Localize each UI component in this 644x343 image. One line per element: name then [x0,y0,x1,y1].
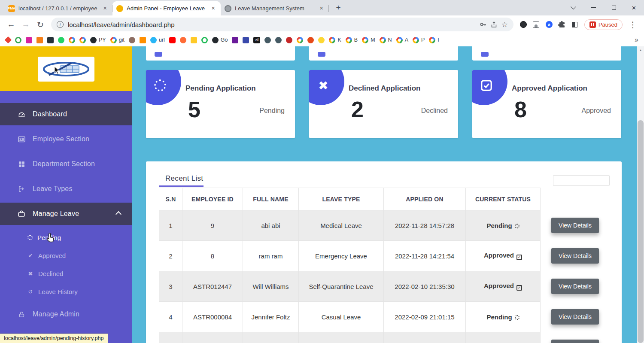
browser-menu-icon[interactable]: ⋮ [626,17,640,32]
table-search-input[interactable] [553,175,610,186]
back-button[interactable]: ← [4,17,18,32]
page-scrollbar[interactable]: ▲ [637,46,644,343]
bookmark[interactable]: cl [253,37,260,43]
tab-phpmyadmin[interactable]: PMA localhost / 127.0.0.1 / employee ✕ [4,1,112,15]
submenu-item-approved[interactable]: ✔ Approved [0,246,132,264]
submenu-item-leave-history[interactable]: ↺ Leave History [0,282,132,301]
bookmark[interactable] [201,37,208,43]
bookmark[interactable] [26,37,32,43]
bookmark[interactable] [15,37,21,43]
bookmark[interactable] [275,37,282,43]
employee-name-link[interactable]: abi abi [243,210,299,241]
approved-checkbox-icon: ✓ [516,255,522,260]
bookmark[interactable] [79,37,86,43]
bookmark[interactable] [47,37,54,43]
bookmark[interactable] [243,37,249,43]
spinner-icon [27,235,33,240]
window-maximize-button[interactable] [604,0,624,15]
extensions-puzzle-icon[interactable] [557,19,567,30]
bookmark[interactable]: P [413,37,425,43]
submenu-item-pending[interactable]: Pending [0,228,132,246]
sidebar-item-department-section[interactable]: Department Section [0,153,132,175]
bookmarks-overflow-icon[interactable]: » [635,36,638,44]
bookmark-favicon [191,37,197,43]
site-info-icon[interactable]: i [57,21,64,28]
bookmark[interactable] [297,37,303,43]
bookmark[interactable] [6,37,11,42]
app-logo[interactable] [38,57,94,82]
bookmark[interactable]: K [329,37,341,43]
partial-card-icon [481,52,489,57]
view-details-button[interactable]: View Details [551,279,599,294]
new-tab-button[interactable]: + [332,2,344,14]
extension-a-icon[interactable]: a [544,19,554,30]
cell-action: View Details [541,210,610,241]
reload-button[interactable]: ↻ [33,17,48,32]
bookmark[interactable] [36,37,43,43]
bookmark[interactable] [307,37,314,43]
sidebar-item-dashboard[interactable]: Dashboard [0,103,132,125]
submenu-item-declined[interactable]: ✖ Declined [0,264,132,282]
window-minimize-button[interactable] [583,0,604,15]
url-text[interactable]: localhost/leave/admin/dashboard.php [68,21,475,28]
view-details-button[interactable]: View Details [551,309,599,325]
paused-badge[interactable]: Paused [584,19,623,30]
bookmark-favicon [140,37,146,43]
bookmark[interactable] [58,37,64,43]
bookmark[interactable] [140,37,146,43]
dashboard-icon [17,110,26,118]
bookmark[interactable]: A [396,37,408,43]
bookmark[interactable] [286,37,292,43]
employee-name-link[interactable]: Johnny Scott [243,332,299,343]
tab-leave-management[interactable]: Leave Management System ✕ [221,1,329,15]
bookmark[interactable]: B [346,37,358,43]
bookmark[interactable] [191,37,197,43]
tab-close-icon[interactable]: ✕ [318,5,325,12]
extension-person-icon[interactable] [531,19,541,30]
bookmark[interactable] [69,37,75,43]
employee-name-link[interactable]: ram ram [243,241,299,271]
bookmark[interactable] [129,37,135,43]
bookmark[interactable] [232,37,238,43]
view-details-button[interactable]: View Details [551,340,599,343]
bookmark[interactable]: git [110,37,125,43]
view-details-button[interactable]: View Details [551,218,599,233]
bookmark[interactable]: I [429,37,439,43]
cell-action: View Details [541,332,610,343]
employee-name-link[interactable]: Will Williams [243,271,299,302]
sidebar-item-manage-leave[interactable]: Manage Leave [0,203,132,225]
bookmark-star-icon[interactable]: ☆ [501,20,508,29]
bookmark[interactable]: PY [90,37,106,43]
bookmark[interactable]: M [362,37,375,43]
forward-button[interactable]: → [18,17,33,32]
bookmark[interactable] [169,37,176,43]
tab-admin-panel[interactable]: Admin Panel - Employee Leave ✕ [112,1,221,15]
tab-close-icon[interactable]: ✕ [101,5,109,12]
share-icon[interactable] [491,21,497,28]
sidebar-item-label: Employee Section [33,135,89,143]
scroll-up-arrow-icon[interactable]: ▲ [637,46,644,54]
view-details-button[interactable]: View Details [551,248,599,264]
bookmark[interactable]: url [150,37,165,43]
window-close-button[interactable]: ✕ [624,0,644,15]
cell-applied-on: 2022-11-28 14:21:54 [384,241,466,271]
tab-close-icon[interactable]: ✕ [210,5,217,12]
bookmark[interactable]: N [380,37,392,43]
sidebar-item-leave-types[interactable]: Leave Types [0,178,132,200]
extension-panda-icon[interactable] [518,19,529,30]
bookmark-label: git [119,37,125,43]
sidebar-item-manage-admin[interactable]: Manage Admin [0,303,132,325]
address-bar[interactable]: i localhost/leave/admin/dashboard.php ☆ [51,18,513,31]
employee-name-link[interactable]: Jennifer Foltz [243,302,299,332]
sidebar-item-employee-section[interactable]: Employee Section [0,128,132,150]
cell-employee-id: ASTR000084 [182,302,243,332]
password-key-icon[interactable] [480,21,486,28]
tab-search-chevron-icon[interactable] [563,0,583,15]
bookmark[interactable] [264,37,271,43]
extension-sidepanel-icon[interactable] [570,19,580,30]
bookmark[interactable]: Go [212,37,228,43]
scrollbar-thumb[interactable] [638,120,644,343]
bookmark-favicon [180,37,186,43]
bookmark[interactable] [318,37,325,43]
bookmark[interactable] [180,37,186,43]
